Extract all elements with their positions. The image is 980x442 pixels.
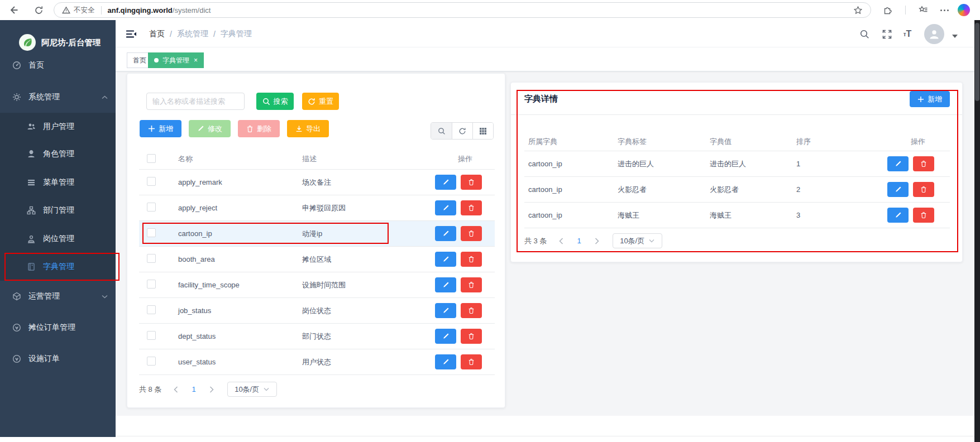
sidebar-item-label: 角色管理 <box>43 149 74 159</box>
sidebar-item-operations[interactable]: 运营管理 <box>0 282 116 310</box>
edit-button-disabled[interactable]: 修改 <box>189 120 231 137</box>
select-all-checkbox[interactable] <box>147 154 156 163</box>
edit-row-button[interactable] <box>435 329 456 344</box>
delete-row-button[interactable] <box>461 277 482 292</box>
edit-row-button[interactable] <box>435 277 456 292</box>
reset-button[interactable]: 重置 <box>302 93 339 110</box>
edit-row-button[interactable] <box>887 182 909 197</box>
next-page-icon[interactable] <box>595 238 599 244</box>
delete-row-button[interactable] <box>913 208 934 223</box>
sidebar-item-dictionary[interactable]: 字典管理 <box>0 253 116 281</box>
browser-chrome: 不安全 anf.qingqing.world /system/dict <box>0 0 980 20</box>
row-checkbox[interactable] <box>147 177 156 186</box>
toolbar-refresh-icon[interactable] <box>452 123 472 139</box>
sidebar-item-home[interactable]: 首页 <box>0 51 116 79</box>
delete-row-button[interactable] <box>461 226 482 241</box>
next-page-icon[interactable] <box>209 386 214 393</box>
sidebar-item-users[interactable]: 用户管理 <box>0 113 116 141</box>
sidebar-collapse-icon[interactable] <box>125 28 137 40</box>
dictionary-icon <box>27 262 36 271</box>
delete-row-button[interactable] <box>461 252 482 267</box>
prev-page-icon[interactable] <box>559 238 563 244</box>
page-number[interactable]: 1 <box>192 385 195 393</box>
browser-back-icon[interactable] <box>6 2 22 18</box>
sidebar-item-departments[interactable]: 部门管理 <box>0 196 116 224</box>
extensions-puzzle-icon[interactable] <box>879 2 896 18</box>
sidebar-item-booth-orders[interactable]: 摊位订单管理 <box>0 314 116 342</box>
prev-page-icon[interactable] <box>174 386 178 393</box>
page-number[interactable]: 1 <box>577 237 581 245</box>
breadcrumb-separator: / <box>213 30 216 39</box>
breadcrumb: 首页 / 系统管理 / 字典管理 <box>149 20 252 47</box>
table-row[interactable]: apply_reject 申摊驳回原因 <box>139 195 495 221</box>
row-checkbox[interactable] <box>147 203 156 212</box>
security-warning-icon[interactable] <box>62 6 70 14</box>
dashboard-icon <box>12 61 21 70</box>
delete-row-button[interactable] <box>461 175 482 190</box>
toolbar-search-icon[interactable] <box>431 123 452 139</box>
url-path: /system/dict <box>173 6 211 15</box>
browser-refresh-icon[interactable] <box>30 2 47 18</box>
font-size-icon[interactable]: тT <box>900 27 915 41</box>
delete-row-button[interactable] <box>461 329 482 344</box>
table-row[interactable]: dept_status 部门状态 <box>139 324 495 349</box>
delete-button-disabled[interactable]: 删除 <box>238 120 280 137</box>
sidebar-item-label: 字典管理 <box>43 262 74 272</box>
edit-row-button[interactable] <box>435 226 456 241</box>
edit-row-button[interactable] <box>435 175 456 190</box>
edit-row-button[interactable] <box>435 252 456 267</box>
table-row[interactable]: user_status 用户状态 <box>139 349 495 375</box>
edit-row-button[interactable] <box>435 303 456 318</box>
table-row[interactable]: job_status 岗位状态 <box>139 298 495 324</box>
search-button[interactable]: 搜索 <box>256 93 294 110</box>
table-row[interactable]: facility_time_scope 设施时间范围 <box>139 272 495 298</box>
edit-row-button[interactable] <box>435 200 456 215</box>
delete-row-button[interactable] <box>461 303 482 318</box>
row-checkbox[interactable] <box>147 254 156 263</box>
browser-menu-icon[interactable] <box>940 9 949 11</box>
sidebar-item-roles[interactable]: 角色管理 <box>0 140 116 168</box>
user-avatar[interactable] <box>924 24 944 44</box>
delete-row-button[interactable] <box>461 354 482 369</box>
breadcrumb-system[interactable]: 系统管理 <box>177 29 208 39</box>
detail-add-button[interactable]: 新增 <box>910 91 950 107</box>
sidebar-item-posts[interactable]: 岗位管理 <box>0 225 116 253</box>
edit-row-button[interactable] <box>435 354 456 369</box>
tab-dict-active[interactable]: 字典管理 × <box>148 52 204 68</box>
table-row[interactable]: booth_area 摊位区域 <box>139 247 495 272</box>
search-input[interactable] <box>146 93 245 110</box>
row-checkbox[interactable] <box>147 228 156 237</box>
copilot-icon[interactable] <box>958 4 970 16</box>
row-checkbox[interactable] <box>147 280 156 289</box>
page-size-select[interactable]: 10条/页 <box>227 382 277 397</box>
browser-address-bar[interactable]: 不安全 anf.qingqing.world /system/dict <box>54 2 871 18</box>
sidebar-item-menus[interactable]: 菜单管理 <box>0 169 116 196</box>
toolbar-columns-icon[interactable] <box>472 123 493 139</box>
download-icon <box>295 125 303 132</box>
table-row[interactable]: apply_remark 场次备注 <box>139 170 495 195</box>
scrollbar-thumb[interactable] <box>975 23 979 101</box>
header-search-icon[interactable] <box>857 27 872 41</box>
bookmark-star-icon[interactable] <box>853 6 863 15</box>
page-size-select[interactable]: 10条/页 <box>613 233 662 248</box>
sidebar-item-system[interactable]: 系统管理 <box>0 83 116 111</box>
table-row-selected[interactable]: cartoon_ip 动漫ip <box>139 221 495 247</box>
row-checkbox[interactable] <box>147 305 156 314</box>
delete-row-button[interactable] <box>913 156 934 171</box>
avatar-dropdown-caret[interactable] <box>952 35 958 38</box>
close-tab-icon[interactable]: × <box>194 57 198 64</box>
fullscreen-icon[interactable] <box>879 27 894 41</box>
delete-row-button[interactable] <box>461 200 482 215</box>
row-checkbox[interactable] <box>147 357 156 366</box>
favorites-list-icon[interactable] <box>915 2 931 18</box>
add-button[interactable]: 新增 <box>140 120 181 137</box>
edit-row-button[interactable] <box>887 156 909 171</box>
sidebar-item-facility-orders[interactable]: 设施订单 <box>0 345 116 373</box>
page-scrollbar[interactable] <box>974 20 980 442</box>
edit-row-button[interactable] <box>887 208 909 223</box>
delete-row-button[interactable] <box>913 182 934 197</box>
select-caret-icon <box>264 387 269 391</box>
row-checkbox[interactable] <box>147 331 156 340</box>
export-button[interactable]: 导出 <box>287 120 329 137</box>
breadcrumb-home[interactable]: 首页 <box>149 29 165 39</box>
